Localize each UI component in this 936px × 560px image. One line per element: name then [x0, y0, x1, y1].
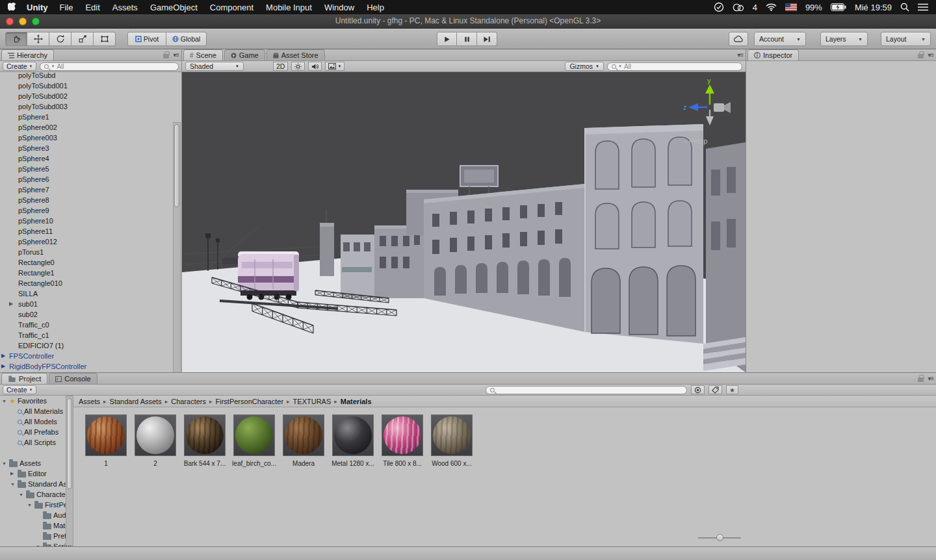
- search-favorites-button[interactable]: ★: [726, 385, 738, 394]
- foldout-arrow-icon[interactable]: ▶: [1, 351, 5, 361]
- foldout-arrow-icon[interactable]: ▼: [27, 503, 32, 507]
- hand-tool-button[interactable]: [5, 32, 27, 46]
- search-by-label-button[interactable]: [708, 385, 722, 394]
- hierarchy-item[interactable]: pSphere7: [0, 185, 181, 195]
- move-tool-button[interactable]: [27, 32, 49, 46]
- search-by-type-button[interactable]: [691, 385, 705, 394]
- project-create-button[interactable]: Create▼: [3, 385, 36, 394]
- folder-tree-item[interactable]: All Scripts: [0, 437, 72, 448]
- hierarchy-item[interactable]: ▶FPSController: [0, 351, 181, 361]
- lock-icon[interactable]: [163, 54, 169, 58]
- foldout-arrow-icon[interactable]: ▶: [10, 471, 16, 476]
- pivot-toggle-button[interactable]: Pivot: [127, 32, 166, 46]
- menu-item[interactable]: Edit: [85, 3, 99, 12]
- folder-tree-item[interactable]: ▼★Favorites: [0, 396, 72, 406]
- breadcrumb-item[interactable]: FirstPersonCharacter: [216, 398, 284, 405]
- material-thumbnail[interactable]: [283, 414, 324, 456]
- foldout-arrow-icon[interactable]: ▼: [10, 482, 16, 487]
- material-item[interactable]: leaf_birch_co...: [233, 414, 275, 467]
- material-thumbnail[interactable]: [135, 414, 176, 456]
- hierarchy-item[interactable]: polyToSubd: [0, 70, 181, 81]
- zoom-window-button[interactable]: [32, 18, 40, 25]
- tab-console[interactable]: Console: [49, 373, 97, 384]
- hierarchy-item[interactable]: pSphere11: [0, 226, 181, 236]
- hierarchy-search-input[interactable]: ▼ All: [40, 62, 179, 71]
- material-item[interactable]: Bark 544 x 7...: [184, 414, 226, 467]
- breadcrumb-item[interactable]: Assets: [79, 398, 100, 405]
- menu-item[interactable]: Assets: [112, 3, 138, 12]
- panel-menu-icon[interactable]: ▾≡: [173, 51, 179, 58]
- active-app-name[interactable]: Unity: [27, 3, 48, 12]
- hierarchy-item[interactable]: pSphere012: [0, 236, 181, 247]
- tab-inspector[interactable]: Inspector: [748, 49, 799, 60]
- breadcrumb-item[interactable]: Standard Assets: [110, 398, 162, 405]
- rect-tool-button[interactable]: [94, 32, 116, 46]
- scene-orientation-gizmo[interactable]: y z ‹ Persp: [683, 76, 738, 146]
- foldout-arrow-icon[interactable]: ▼: [2, 461, 7, 466]
- hierarchy-item[interactable]: ▶RigidBodyFPSController: [0, 361, 181, 370]
- material-thumbnail[interactable]: [382, 414, 423, 456]
- layers-dropdown[interactable]: Layers▼: [820, 32, 868, 46]
- tab-asset-store[interactable]: Asset Store: [266, 49, 325, 60]
- pause-button[interactable]: [457, 32, 477, 46]
- projection-mode-label[interactable]: ‹ Persp: [684, 137, 707, 145]
- hierarchy-item[interactable]: Traffic_c1: [0, 330, 181, 340]
- 2d-toggle-button[interactable]: 2D: [273, 62, 288, 71]
- hierarchy-item[interactable]: pSphere10: [0, 216, 181, 226]
- folder-tree-item[interactable]: Audio: [0, 510, 72, 520]
- lighting-toggle-button[interactable]: [291, 62, 305, 71]
- folder-tree-item[interactable]: All Prefabs: [0, 427, 72, 437]
- hierarchy-item[interactable]: polyToSubd003: [0, 101, 181, 112]
- hierarchy-item[interactable]: sub02: [0, 309, 181, 320]
- slider-knob[interactable]: [716, 534, 723, 541]
- search-scope-caret[interactable]: ▼: [618, 64, 622, 68]
- project-search-input[interactable]: [486, 386, 687, 394]
- account-dropdown[interactable]: Account▼: [754, 32, 806, 46]
- scrollbar-thumb[interactable]: [174, 124, 179, 207]
- breadcrumb-item[interactable]: Characters: [171, 398, 206, 405]
- shading-mode-dropdown[interactable]: Shaded▼: [185, 62, 244, 71]
- hierarchy-item[interactable]: pSphere5: [0, 164, 181, 174]
- folder-tree-item[interactable]: ▼Assets: [0, 458, 72, 468]
- hierarchy-item[interactable]: pSphere003: [0, 133, 181, 143]
- hierarchy-item[interactable]: pSphere8: [0, 195, 181, 205]
- hierarchy-item[interactable]: pSphere4: [0, 153, 181, 164]
- folder-tree-item[interactable]: All Materials: [0, 406, 72, 416]
- hierarchy-item[interactable]: Rectangle010: [0, 278, 181, 288]
- breadcrumb-item[interactable]: TEXTURAS: [293, 398, 332, 405]
- rotate-tool-button[interactable]: [49, 32, 72, 46]
- material-thumbnail[interactable]: [332, 414, 374, 456]
- hierarchy-item[interactable]: Traffic_c0: [0, 320, 181, 330]
- search-scope-caret[interactable]: ▼: [51, 64, 55, 68]
- panel-menu-icon[interactable]: ▾≡: [737, 51, 743, 58]
- hierarchy-item[interactable]: Rectangle0: [0, 257, 181, 268]
- menu-item[interactable]: Mobile Input: [266, 3, 312, 12]
- hierarchy-item[interactable]: polyToSubd002: [0, 91, 181, 101]
- layout-dropdown[interactable]: Layout▼: [881, 32, 931, 46]
- thumbnail-size-slider[interactable]: [698, 534, 741, 542]
- folder-tree-item[interactable]: Materials: [0, 520, 72, 531]
- material-item[interactable]: 2: [135, 414, 176, 467]
- input-language-flag-icon[interactable]: [785, 3, 797, 11]
- hierarchy-item[interactable]: pSphere9: [0, 205, 181, 216]
- folder-tree-item[interactable]: ▼FirstPersonCharacter: [0, 500, 72, 510]
- close-window-button[interactable]: [6, 18, 14, 25]
- foldout-arrow-icon[interactable]: ▶: [9, 299, 13, 309]
- spotlight-search-icon[interactable]: [900, 3, 909, 12]
- gizmos-dropdown[interactable]: Gizmos▼: [565, 62, 604, 71]
- folder-tree-item[interactable]: ▶Editor: [0, 468, 72, 479]
- sidebar-scrollbar[interactable]: [66, 396, 73, 546]
- material-item[interactable]: Madera: [283, 414, 324, 467]
- hierarchy-item[interactable]: pSphere3: [0, 143, 181, 153]
- foldout-arrow-icon[interactable]: ▼: [2, 399, 7, 403]
- tab-project[interactable]: Project: [1, 373, 47, 384]
- cloud-services-button[interactable]: [729, 32, 748, 46]
- menu-item[interactable]: File: [60, 3, 73, 12]
- hierarchy-item[interactable]: ▶sub01: [0, 299, 181, 309]
- hierarchy-item[interactable]: pSphere002: [0, 122, 181, 133]
- scrollbar-thumb[interactable]: [67, 398, 72, 489]
- folder-tree-item[interactable]: Prefabs: [0, 531, 72, 541]
- material-thumbnail[interactable]: [85, 414, 127, 456]
- menubar-clock[interactable]: Mié 19:59: [855, 3, 892, 12]
- folder-tree-item[interactable]: ▼Standard Assets: [0, 479, 72, 489]
